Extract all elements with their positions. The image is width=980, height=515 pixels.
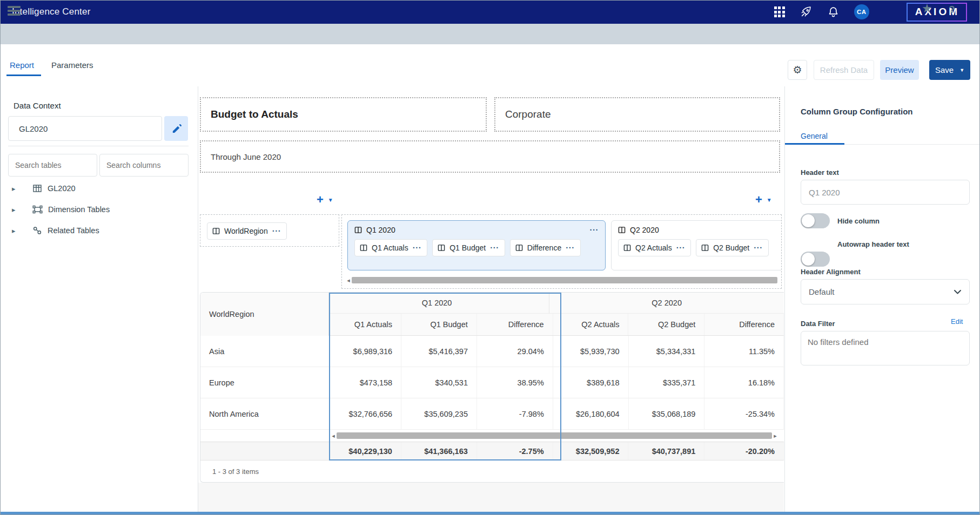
caret-down-icon[interactable]: ▼: [767, 197, 772, 203]
group-header-q2[interactable]: Q2 2020: [549, 293, 784, 314]
table-row: Europe $473,158 $340,531 38.95% $389,618…: [200, 367, 784, 398]
q1-actuals-chip[interactable]: Q1 Actuals ···: [354, 239, 427, 256]
scrollbar-thumb[interactable]: [352, 277, 777, 283]
scroll-left-icon[interactable]: ◂: [345, 277, 352, 284]
report-subtitle-box[interactable]: Through June 2020: [200, 140, 780, 173]
more-menu-icon[interactable]: ···: [676, 245, 686, 250]
data-context-label: Data Context: [14, 101, 61, 110]
total-cell: -20.20%: [704, 442, 784, 460]
total-cell: $40,737,891: [628, 442, 704, 460]
column-group-label: Q1 2020: [366, 226, 395, 234]
more-menu-icon[interactable]: ···: [566, 245, 575, 250]
q2-budget-chip[interactable]: Q2 Budget ···: [696, 239, 768, 256]
column-icon: [212, 227, 220, 235]
sidebar-item-related-tables[interactable]: ▸ Related Tables: [12, 226, 99, 235]
data-filter-textarea[interactable]: [801, 331, 970, 365]
apps-grid-icon[interactable]: [774, 6, 785, 17]
chip-label: Q2 Budget: [713, 243, 749, 252]
expand-arrow-icon[interactable]: ▸: [12, 227, 19, 235]
rocket-icon[interactable]: [800, 5, 813, 18]
q2-actuals-chip[interactable]: Q2 Actuals ···: [618, 239, 691, 256]
scrollbar-thumb[interactable]: [337, 432, 772, 439]
column-group-icon: [618, 226, 626, 234]
header-text-input[interactable]: [801, 180, 970, 205]
data-filter-label: Data Filter: [801, 320, 835, 328]
column-header[interactable]: Q2 Actuals: [553, 314, 629, 335]
report-title-box[interactable]: Budget to Actuals: [200, 97, 487, 132]
column-icon: [701, 244, 709, 252]
dimension-tables-icon: [32, 205, 43, 214]
table-row: North America $32,766,656 $35,609,235 -7…: [200, 398, 784, 430]
report-entity-box[interactable]: Corporate: [494, 97, 780, 132]
edit-filter-link[interactable]: Edit: [951, 317, 963, 326]
column-groups-zone[interactable]: Q1 2020 ··· Q1 Actuals ··· Q1 Budget ···…: [341, 214, 782, 289]
chip-label: Q1 Actuals: [372, 243, 408, 252]
tab-parameters[interactable]: Parameters: [51, 60, 93, 70]
add-column-group-control[interactable]: + ▼: [755, 194, 772, 205]
more-menu-icon[interactable]: ···: [754, 245, 763, 250]
search-columns-input[interactable]: [99, 154, 189, 177]
plus-icon[interactable]: +: [755, 194, 762, 205]
hamburger-menu-icon[interactable]: [8, 6, 21, 17]
column-group-q1-2020[interactable]: Q1 2020 ··· Q1 Actuals ··· Q1 Budget ···…: [347, 220, 606, 270]
column-header[interactable]: Q1 Budget: [401, 314, 477, 335]
table-row-header-cell: WorldRegion: [200, 293, 329, 336]
column-header[interactable]: Q2 Budget: [628, 314, 704, 335]
column-header[interactable]: Q1 Actuals: [326, 314, 401, 335]
chevron-down-icon: [954, 289, 962, 295]
caret-down-icon[interactable]: ▼: [328, 197, 333, 203]
value-cell: $5,334,331: [629, 336, 705, 367]
total-cell: $40,229,130: [326, 442, 401, 460]
tab-report[interactable]: Report: [10, 60, 34, 70]
favorite-star-icon[interactable]: ★: [922, 2, 932, 16]
table-scrollbar[interactable]: ◂ ▸: [330, 432, 783, 439]
add-row-column-control[interactable]: + ▼: [317, 194, 333, 205]
worldregion-chip[interactable]: WorldRegion ···: [207, 222, 287, 240]
more-menu-icon[interactable]: ···: [413, 245, 422, 250]
search-tables-input[interactable]: [8, 154, 97, 177]
edit-data-context-button[interactable]: [164, 116, 188, 141]
refresh-data-button[interactable]: Refresh Data: [814, 60, 874, 80]
column-group-label: Q2 2020: [630, 226, 659, 234]
more-menu-icon[interactable]: ···: [590, 227, 599, 233]
user-avatar[interactable]: CA: [854, 4, 869, 19]
q1-budget-chip[interactable]: Q1 Budget ···: [432, 239, 505, 256]
scroll-left-icon[interactable]: ◂: [330, 432, 337, 439]
sidebar-item-gl2020[interactable]: ▸ GL2020: [12, 184, 76, 193]
more-menu-icon[interactable]: ···: [272, 228, 281, 234]
value-cell: $35,609,235: [401, 398, 477, 429]
report-title: Budget to Actuals: [211, 109, 298, 120]
help-icon[interactable]: ?: [949, 4, 955, 16]
data-context-input[interactable]: [8, 116, 162, 141]
column-group-q2-2020[interactable]: Q2 2020 Q2 Actuals ··· Q2 Budget ···: [611, 220, 782, 270]
difference-chip[interactable]: Difference ···: [510, 239, 581, 256]
bottom-accent-strip: [0, 512, 980, 515]
row-fields-zone[interactable]: WorldRegion ···: [200, 214, 339, 247]
value-cell: $340,531: [401, 367, 477, 398]
report-table: WorldRegion Q1 2020 Q2 2020 Q1 Actuals Q…: [200, 292, 784, 483]
column-header[interactable]: Difference: [477, 314, 553, 335]
app-title: Intelligence Center: [12, 6, 91, 17]
sidebar-item-dimension-tables[interactable]: ▸ Dimension Tables: [12, 205, 110, 214]
value-cell: $6,989,316: [326, 336, 401, 367]
expand-arrow-icon[interactable]: ▸: [12, 206, 19, 214]
column-groups-scrollbar[interactable]: ◂: [345, 276, 781, 284]
scroll-right-icon[interactable]: ▸: [772, 432, 778, 439]
group-header-q1[interactable]: Q1 2020: [325, 293, 549, 314]
preview-button[interactable]: Preview: [880, 60, 919, 80]
value-cell: 29.04%: [477, 336, 553, 367]
column-header[interactable]: Difference: [704, 314, 784, 335]
plus-icon[interactable]: +: [317, 194, 324, 205]
column-icon: [623, 244, 631, 252]
expand-arrow-icon[interactable]: ▸: [12, 185, 19, 193]
settings-gear-button[interactable]: ⚙: [788, 60, 807, 80]
save-dropdown-caret-icon[interactable]: ▼: [959, 67, 964, 73]
notifications-bell-icon[interactable]: [827, 6, 840, 18]
autowrap-toggle[interactable]: [801, 252, 830, 267]
panel-tab-general[interactable]: General: [801, 132, 828, 140]
hide-column-toggle[interactable]: [801, 213, 830, 228]
value-cell: $26,180,604: [553, 398, 629, 429]
save-button[interactable]: Save ▼: [929, 60, 970, 80]
more-menu-icon[interactable]: ···: [490, 245, 499, 250]
header-alignment-select[interactable]: Default: [801, 279, 970, 304]
